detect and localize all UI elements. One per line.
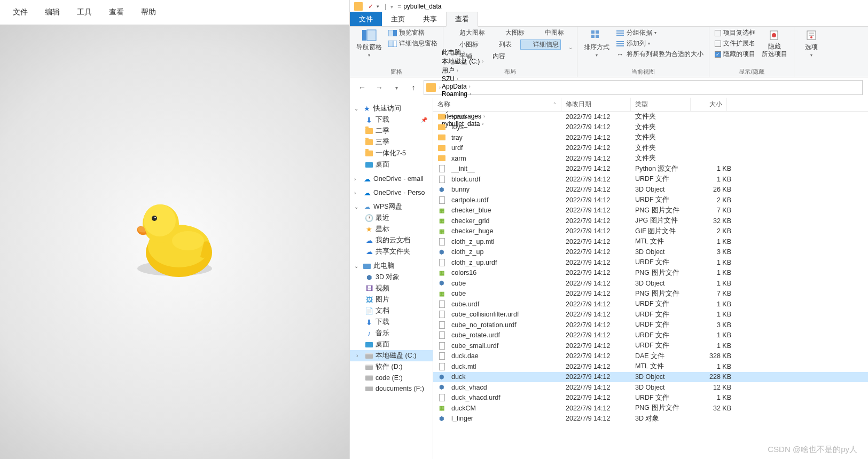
tab-home[interactable]: 主页 — [382, 12, 414, 26]
file-row[interactable]: urdf 2022/7/9 14:12 文件夹 — [433, 143, 868, 154]
add-columns-button[interactable]: 添加列▾ — [615, 38, 705, 49]
tab-view[interactable]: 查看 — [446, 12, 478, 27]
file-ext-toggle[interactable]: 文件扩展名 — [714, 38, 756, 49]
sidebar-documents[interactable]: 📄文档 — [350, 305, 433, 316]
sidebar-3d-objects[interactable]: ⬢3D 对象 — [350, 272, 433, 283]
details-pane-button[interactable]: 详细信息窗格 — [387, 38, 439, 49]
sort-by-button[interactable]: 排序方式 ▾ — [582, 28, 612, 59]
extra-large-icons-button[interactable]: 超大图标 — [448, 28, 486, 38]
column-name[interactable]: 名称⌃ — [433, 98, 561, 111]
file-row[interactable]: ⬢cube 2022/7/9 14:12 3D Object 1 KB — [433, 278, 868, 289]
sidebar-videos[interactable]: 🎞视频 — [350, 283, 433, 294]
breadcrumb-item[interactable]: 本地磁盘 (C:)› — [442, 57, 485, 66]
file-row[interactable]: tray 2022/7/9 14:12 文件夹 — [433, 132, 868, 143]
tab-share[interactable]: 共享 — [414, 12, 446, 26]
menu-file[interactable]: 文件 — [4, 7, 36, 17]
file-row[interactable]: ▦cube 2022/7/9 14:12 PNG 图片文件 7 KB — [433, 289, 868, 299]
file-row[interactable]: duck_vhacd.urdf 2022/7/9 14:12 URDF 文件 1… — [433, 393, 868, 403]
options-button[interactable]: 选项 ▾ — [799, 28, 824, 59]
column-date[interactable]: 修改日期 — [561, 98, 631, 111]
sidebar-cloud-docs[interactable]: ☁我的云文档 — [350, 235, 433, 246]
menu-help[interactable]: 帮助 — [132, 7, 165, 17]
forward-button[interactable]: → — [372, 81, 386, 94]
file-row[interactable]: __init__ 2022/7/9 14:12 Python 源文件 1 KB — [433, 164, 868, 175]
sidebar-doucuments-f[interactable]: doucuments (F:) — [350, 383, 433, 394]
breadcrumb-item[interactable]: Roaming› — [442, 90, 485, 98]
tab-file[interactable]: 文件 — [350, 12, 382, 26]
list-button[interactable]: 列表 — [487, 39, 513, 50]
file-row[interactable]: toys 2022/7/9 14:12 文件夹 — [433, 122, 868, 133]
chevron-down-icon[interactable]: ▾ — [390, 4, 393, 10]
sidebar-onedrive[interactable]: ›☁OneDrive - email — [350, 173, 433, 184]
file-row[interactable]: ⬢duck_vhacd 2022/7/9 14:12 3D Object 12 … — [433, 382, 868, 393]
sidebar-pictures[interactable]: 🖼图片 — [350, 294, 433, 305]
sidebar-starred[interactable]: ★星标 — [350, 224, 433, 235]
sidebar-soft-d[interactable]: 软件 (D:) — [350, 361, 433, 373]
file-row[interactable]: ▦colors16 2022/7/9 14:12 PNG 图片文件 1 KB — [433, 268, 868, 279]
sidebar-tree[interactable]: ⌄★快速访问 ⬇下载📌 二季 三季 一体化7-5 桌面 ›☁OneDrive -… — [350, 98, 433, 459]
file-row[interactable]: ⬢l_finger 2022/7/9 14:12 3D 对象 — [433, 414, 868, 424]
qat-icon[interactable]: ✓ — [368, 3, 373, 10]
crumb-sep[interactable]: › — [439, 85, 441, 90]
file-row[interactable]: cube.urdf 2022/7/9 14:12 URDF 文件 1 KB — [433, 299, 868, 310]
breadcrumb-item[interactable]: 此电脑› — [442, 48, 485, 57]
file-row[interactable]: duck.dae 2022/7/9 14:12 DAE 文件 328 KB — [433, 351, 868, 362]
file-row[interactable]: duck.mtl 2022/7/9 14:12 MTL 文件 1 KB — [433, 361, 868, 372]
file-row[interactable]: xarm 2022/7/9 14:12 文件夹 — [433, 153, 868, 164]
column-size[interactable]: 大小 — [691, 98, 727, 111]
file-row[interactable]: block.urdf 2022/7/9 14:12 URDF 文件 1 KB — [433, 174, 868, 185]
file-row[interactable]: cloth_z_up.urdf 2022/7/9 14:12 URDF 文件 1… — [433, 257, 868, 268]
group-by-button[interactable]: 分组依据▾ — [615, 28, 705, 38]
sidebar-downloads[interactable]: ⬇下载📌 — [350, 114, 433, 125]
sidebar-onedrive-personal[interactable]: ›☁OneDrive - Perso — [350, 187, 433, 198]
checkboxes-toggle[interactable]: 项目复选框 — [714, 28, 756, 38]
column-type[interactable]: 类型 — [631, 98, 691, 111]
details-button[interactable]: 详细信息 — [520, 39, 561, 50]
back-button[interactable]: ← — [355, 81, 369, 94]
file-row[interactable]: ▦duckCM 2022/7/9 14:12 PNG 图片文件 32 KB — [433, 403, 868, 414]
sidebar-recent[interactable]: 🕐最近 — [350, 212, 433, 224]
file-row[interactable]: ▦checker_blue 2022/7/9 14:12 PNG 图片文件 7 … — [433, 205, 868, 216]
nav-pane-button[interactable]: 导航窗格 ▾ — [354, 28, 384, 59]
sidebar-desktop[interactable]: 桌面 — [350, 159, 433, 170]
preview-pane-button[interactable]: 预览窗格 — [387, 28, 439, 38]
hidden-items-toggle[interactable]: ✓隐藏的项目 — [714, 49, 756, 59]
file-row[interactable]: cartpole.urdf 2022/7/9 14:12 URDF 文件 2 K… — [433, 195, 868, 205]
sidebar-item[interactable]: 二季 — [350, 125, 433, 137]
menu-edit[interactable]: 编辑 — [36, 7, 68, 17]
sidebar-local-c[interactable]: ›本地磁盘 (C:) — [350, 350, 433, 361]
sidebar-quick-access[interactable]: ⌄★快速访问 — [350, 103, 433, 114]
breadcrumb-item[interactable]: SZU› — [442, 75, 485, 83]
file-row[interactable]: cube_no_rotation.urdf 2022/7/9 14:12 URD… — [433, 320, 868, 330]
file-row[interactable]: cloth_z_up.mtl 2022/7/9 14:12 MTL 文件 1 K… — [433, 236, 868, 247]
file-row[interactable]: ⬢duck 2022/7/9 14:12 3D Object 228 KB — [433, 372, 868, 383]
sidebar-music[interactable]: ♪音乐 — [350, 328, 433, 339]
address-bar[interactable]: › 此电脑›本地磁盘 (C:)›用户›SZU›AppData›Roaming›P… — [424, 80, 863, 95]
size-columns-button[interactable]: ↔将所有列调整为合适的大小 — [615, 49, 705, 59]
hide-selected-button[interactable]: 隐藏 所选项目 — [760, 28, 789, 59]
sidebar-shared[interactable]: ☁共享文件夹 — [350, 246, 433, 257]
breadcrumb-item[interactable]: 用户› — [442, 66, 485, 75]
sidebar-desktop[interactable]: 桌面 — [350, 339, 433, 350]
up-button[interactable]: ↑ — [406, 81, 420, 94]
menu-tools[interactable]: 工具 — [68, 7, 100, 17]
sidebar-this-pc[interactable]: ⌄此电脑 — [350, 260, 433, 272]
recent-locations-button[interactable]: ▾ — [389, 81, 403, 94]
3d-canvas[interactable] — [0, 25, 349, 459]
large-icons-button[interactable]: 大图标 — [494, 28, 526, 38]
sidebar-item[interactable]: 一体化7-5 — [350, 148, 433, 159]
file-row[interactable]: cube_small.urdf 2022/7/9 14:12 URDF 文件 1… — [433, 341, 868, 351]
file-list[interactable]: 名称⌃ 修改日期 类型 大小 torus 2022/7/9 14:12 文件夹 … — [433, 98, 868, 459]
menu-view[interactable]: 查看 — [100, 7, 132, 17]
file-row[interactable]: ⬢cloth_z_up 2022/7/9 14:12 3D Object 3 K… — [433, 247, 868, 258]
sidebar-item[interactable]: 三季 — [350, 137, 433, 148]
file-row[interactable]: ▦checker_huge 2022/7/9 14:12 GIF 图片文件 2 … — [433, 226, 868, 237]
breadcrumb-item[interactable]: AppData› — [442, 83, 485, 90]
sidebar-downloads[interactable]: ⬇下载 — [350, 316, 433, 328]
file-row[interactable]: cube_rotate.urdf 2022/7/9 14:12 URDF 文件 … — [433, 330, 868, 341]
file-row[interactable]: ▦checker_grid 2022/7/9 14:12 JPG 图片文件 32… — [433, 216, 868, 226]
sidebar-code-e[interactable]: code (E:) — [350, 373, 433, 383]
file-row[interactable]: ⬢bunny 2022/7/9 14:12 3D Object 26 KB — [433, 185, 868, 195]
file-row[interactable]: torus 2022/7/9 14:12 文件夹 — [433, 112, 868, 122]
sidebar-wps[interactable]: ⌄☁WPS网盘 — [350, 201, 433, 212]
